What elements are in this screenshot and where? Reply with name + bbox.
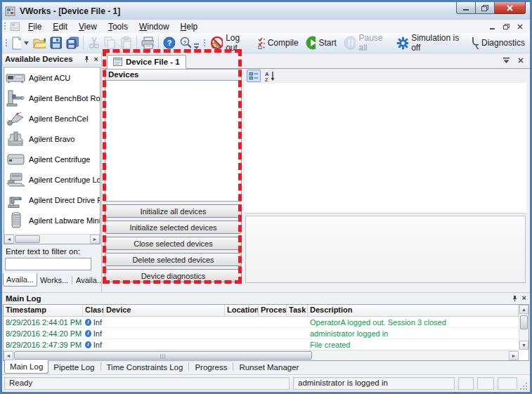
device-list-hscrollbar[interactable]: ◄ ► <box>4 234 100 244</box>
save-button[interactable] <box>48 35 64 51</box>
device-list-item[interactable]: Agilent Bravo <box>4 129 100 149</box>
scroll-left-icon[interactable]: ◄ <box>4 235 14 244</box>
menu-file[interactable]: File <box>22 21 47 32</box>
minimize-button[interactable] <box>456 2 476 14</box>
properties-grid-empty[interactable] <box>245 83 526 214</box>
pause-icon <box>344 36 356 50</box>
toolbar-grip[interactable] <box>203 39 206 48</box>
tab-progress[interactable]: Progress <box>190 360 232 374</box>
col-description[interactable]: Description <box>308 305 519 316</box>
save-all-button[interactable] <box>64 35 81 51</box>
status-pane-empty <box>498 377 517 390</box>
close-selected-devices-button[interactable]: Close selected devices <box>105 237 242 250</box>
document-icon[interactable] <box>11 22 20 31</box>
menu-help[interactable]: Help <box>175 21 204 32</box>
close-button[interactable] <box>495 2 526 14</box>
tab-label: Device File - 1 <box>126 58 180 66</box>
log-out-button[interactable]: Log out <box>207 35 254 51</box>
tab-list-dropdown-icon[interactable] <box>503 58 510 63</box>
new-document-button[interactable] <box>9 35 31 51</box>
diagnostics-button[interactable]: Diagnostics <box>467 35 528 51</box>
copy-button[interactable] <box>102 35 118 51</box>
col-class[interactable]: Class <box>83 305 104 316</box>
filter-input[interactable] <box>5 258 91 270</box>
tab-main-log[interactable]: Main Log <box>4 360 48 374</box>
device-diagnostics-button[interactable]: Device diagnostics <box>105 269 242 282</box>
compile-button[interactable]: Compile <box>254 35 302 51</box>
device-list-item[interactable]: Agilent BenchBot Robot <box>4 88 100 108</box>
scroll-right-icon[interactable]: ► <box>90 235 100 244</box>
help-button[interactable]: ? <box>161 35 177 51</box>
scroll-thumb[interactable]: ||| <box>14 351 312 360</box>
col-timestamp[interactable]: Timestamp <box>4 305 83 316</box>
info-icon: i <box>85 330 91 337</box>
start-button[interactable]: Start <box>302 35 340 51</box>
agilent-labware-minihub-icon <box>6 211 27 230</box>
available-devices-list[interactable]: Agilent ACU Agilent BenchBot Robot Agile… <box>4 67 100 244</box>
tab-device-file-1[interactable]: Device File - 1 <box>107 55 186 69</box>
scroll-thumb[interactable] <box>520 315 528 329</box>
scroll-up-icon[interactable]: ▲ <box>519 305 528 314</box>
resize-grip[interactable] <box>519 382 528 390</box>
open-file-button[interactable] <box>31 35 48 51</box>
restore-button[interactable] <box>476 2 495 14</box>
log-hscrollbar[interactable]: ◄ ||| ► <box>4 350 519 360</box>
simulation-toggle-button[interactable]: Simulation is off <box>393 35 467 51</box>
device-list-item[interactable]: Agilent Centrifuge Loader <box>4 169 100 190</box>
device-list-item[interactable]: Agilent Labware MiniHub <box>4 210 100 230</box>
device-list-item[interactable]: Agilent Direct Drive Robot <box>4 190 100 210</box>
col-task[interactable]: Task <box>287 305 308 316</box>
scroll-left-icon[interactable]: ◄ <box>4 351 13 360</box>
tab-runset-manager[interactable]: Runset Manager <box>234 360 304 374</box>
menu-tools[interactable]: Tools <box>103 21 134 32</box>
initialize-all-devices-button[interactable]: Initialize all devices <box>105 204 242 218</box>
mdi-minimize-icon[interactable] <box>490 24 495 29</box>
pin-icon[interactable] <box>84 55 90 63</box>
log-row[interactable]: 8/29/2016 2:44:01 PM iInf OperatorA logg… <box>4 317 519 328</box>
scroll-down-icon[interactable]: ▼ <box>519 341 528 350</box>
menu-view[interactable]: View <box>73 21 103 32</box>
device-list-item[interactable]: Agilent ACU <box>4 67 100 88</box>
devices-panel: Devices Initialize all devices Initializ… <box>105 69 242 282</box>
tab-available-labware[interactable]: Availa... <box>73 273 106 287</box>
scroll-thumb[interactable] <box>15 235 40 243</box>
tab-time-constraints-log[interactable]: Time Constraints Log <box>102 360 188 374</box>
mdi-restore-icon[interactable] <box>503 24 510 29</box>
agilent-direct-drive-robot-icon <box>6 191 27 209</box>
search-help-button[interactable]: ? <box>177 35 193 51</box>
mdi-close-icon[interactable] <box>517 24 523 29</box>
toolbar-overflow-button[interactable] <box>193 35 200 51</box>
tab-available-devices[interactable]: Availa... <box>3 273 37 287</box>
menubar-grip[interactable] <box>4 22 6 31</box>
scroll-right-icon[interactable]: ► <box>509 351 519 360</box>
log-task <box>287 339 308 350</box>
log-row[interactable]: 8/29/2016 2:44:20 PM iInf administrator … <box>4 328 519 339</box>
chevron-down-icon <box>24 41 28 45</box>
menu-window[interactable]: Window <box>134 21 175 32</box>
categorized-view-button[interactable] <box>247 70 261 82</box>
document-close-icon[interactable] <box>518 58 524 63</box>
panel-close-icon[interactable]: × <box>522 294 526 302</box>
panel-close-icon[interactable]: × <box>94 55 98 63</box>
toolbar-grip[interactable] <box>5 39 8 48</box>
pin-icon[interactable] <box>512 295 518 302</box>
sort-alphabetical-button[interactable]: AZ <box>263 70 277 82</box>
device-list-item[interactable]: Agilent Centrifuge <box>4 149 100 169</box>
paste-button[interactable] <box>118 35 134 51</box>
print-button[interactable] <box>139 35 156 51</box>
initialize-selected-devices-button[interactable]: Initialize selected devices <box>105 221 242 234</box>
device-list-item[interactable]: Agilent BenchCel <box>4 108 100 129</box>
col-process[interactable]: Process <box>259 305 287 316</box>
col-location[interactable]: Location <box>225 305 259 316</box>
tab-workspace[interactable]: Works... <box>37 273 71 287</box>
pause-all-button[interactable]: Pause all <box>340 35 394 51</box>
devices-list-empty[interactable] <box>105 81 242 202</box>
delete-selected-devices-button[interactable]: Delete selected devices <box>105 253 242 266</box>
sort-az-icon: AZ <box>265 71 275 81</box>
log-vscrollbar[interactable]: ▲ ▼ <box>519 305 528 350</box>
cut-button[interactable] <box>86 35 102 51</box>
tab-pipette-log[interactable]: Pipette Log <box>48 360 99 374</box>
menu-edit[interactable]: Edit <box>47 21 73 32</box>
log-row[interactable]: 8/29/2016 2:47:39 PM iInf File created <box>4 339 519 350</box>
col-device[interactable]: Device <box>104 305 225 316</box>
